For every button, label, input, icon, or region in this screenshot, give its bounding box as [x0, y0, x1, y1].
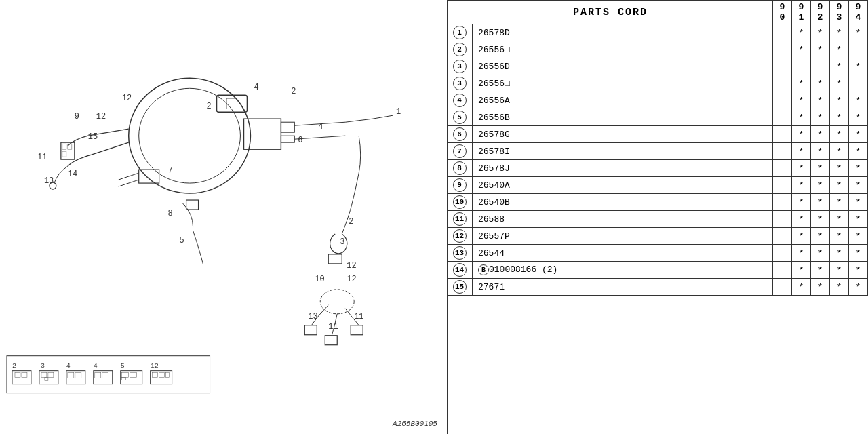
year-y93-cell: *	[830, 143, 849, 160]
ref-cell: 13	[448, 245, 473, 262]
year-94-header: 94	[849, 1, 868, 24]
year-y94-cell: *	[849, 211, 868, 228]
svg-rect-68	[130, 373, 137, 378]
year-y90-cell	[773, 279, 792, 296]
year-y90-cell	[773, 92, 792, 109]
year-y92-cell	[811, 58, 830, 75]
svg-text:4: 4	[94, 362, 98, 370]
part-code: 26556A	[473, 92, 773, 109]
table-row: 326556□***	[448, 75, 868, 92]
svg-rect-67	[122, 373, 129, 378]
svg-text:12: 12	[151, 362, 159, 370]
ref-cell: 11	[448, 211, 473, 228]
ref-number: 10	[453, 195, 467, 209]
svg-line-9	[119, 180, 139, 186]
svg-rect-42	[325, 336, 337, 345]
year-y91-cell: *	[792, 109, 811, 126]
year-y92-cell: *	[811, 262, 830, 279]
svg-text:12: 12	[96, 112, 106, 121]
year-y94-cell: *	[849, 58, 868, 75]
ref-cell: 4	[448, 92, 473, 109]
year-y94-cell: *	[849, 126, 868, 143]
year-y90-cell	[773, 24, 792, 41]
parts-table: PARTS CORD 90 91 92 93 94 126578D****226…	[448, 0, 868, 296]
year-90-header: 90	[773, 1, 792, 24]
svg-rect-15	[68, 144, 72, 149]
year-y91-cell: *	[792, 75, 811, 92]
svg-text:4: 4	[318, 122, 323, 132]
svg-rect-64	[102, 373, 108, 378]
svg-rect-56	[45, 378, 48, 381]
year-y91-cell: *	[792, 177, 811, 194]
ref-number: 7	[453, 144, 467, 158]
ref-cell: 14	[448, 262, 473, 279]
year-y94-cell: *	[849, 109, 868, 126]
year-y92-cell: *	[811, 143, 830, 160]
year-y90-cell	[773, 262, 792, 279]
ref-number: 3	[453, 60, 467, 73]
year-y91-cell: *	[792, 126, 811, 143]
table-row: 126578D****	[448, 24, 868, 41]
svg-text:2: 2	[207, 102, 212, 111]
svg-rect-69	[122, 378, 126, 380]
table-row: 926540A****	[448, 177, 868, 194]
svg-rect-35	[328, 254, 342, 264]
year-y93-cell: *	[830, 109, 849, 126]
svg-line-8	[119, 173, 139, 180]
svg-text:4: 4	[66, 362, 71, 370]
svg-text:11: 11	[37, 153, 47, 162]
part-code: 26556□	[473, 75, 773, 92]
year-y93-cell: *	[830, 58, 849, 75]
year-92-header: 92	[811, 1, 830, 24]
svg-rect-6	[226, 98, 237, 108]
ref-cell: 1	[448, 24, 473, 41]
svg-rect-59	[68, 373, 74, 378]
year-y93-cell: *	[830, 160, 849, 177]
year-y92-cell: *	[811, 194, 830, 211]
svg-text:3: 3	[41, 362, 45, 370]
year-y94-cell: *	[849, 279, 868, 296]
year-y94-cell: *	[849, 24, 868, 41]
svg-text:14: 14	[68, 170, 77, 179]
year-y93-cell: *	[830, 24, 849, 41]
ref-number: 4	[453, 94, 467, 107]
ref-number: 5	[453, 111, 467, 124]
year-y93-cell: *	[830, 262, 849, 279]
year-y91-cell: *	[792, 194, 811, 211]
year-y93-cell: *	[830, 177, 849, 194]
year-y92-cell: *	[811, 160, 830, 177]
ref-cell: 5	[448, 109, 473, 126]
svg-rect-51	[22, 373, 27, 378]
svg-text:13: 13	[308, 312, 317, 321]
svg-text:9: 9	[75, 112, 79, 121]
main-container: 1 2 2 4 4 6 12 12 9 15 14 13	[0, 0, 868, 434]
part-code: 27671	[473, 279, 773, 296]
year-y90-cell	[773, 211, 792, 228]
parts-table-section: PARTS CORD 90 91 92 93 94 126578D****226…	[448, 0, 868, 434]
svg-text:2: 2	[349, 217, 353, 226]
table-row: 14B010008166 (2)****	[448, 262, 868, 279]
svg-rect-63	[95, 373, 101, 378]
year-y91-cell: *	[792, 245, 811, 262]
svg-text:5: 5	[121, 362, 125, 370]
year-y91-cell: *	[792, 143, 811, 160]
table-row: 226556□***	[448, 41, 868, 58]
part-code: 26557P	[473, 228, 773, 245]
ref-cell: 6	[448, 126, 473, 143]
year-y90-cell	[773, 41, 792, 58]
year-91-header: 91	[792, 1, 811, 24]
year-y93-cell: *	[830, 194, 849, 211]
svg-text:15: 15	[88, 132, 98, 142]
table-row: 326556D**	[448, 58, 868, 75]
ref-cell: 3	[448, 75, 473, 92]
svg-text:12: 12	[347, 275, 356, 284]
year-y93-cell: *	[830, 92, 849, 109]
year-y90-cell	[773, 245, 792, 262]
svg-text:11: 11	[354, 312, 363, 321]
svg-text:2: 2	[291, 87, 296, 96]
ref-cell: 12	[448, 228, 473, 245]
year-y93-cell: *	[830, 279, 849, 296]
table-row: 1126588****	[448, 211, 868, 228]
year-y94-cell: *	[849, 228, 868, 245]
svg-rect-43	[351, 326, 363, 335]
